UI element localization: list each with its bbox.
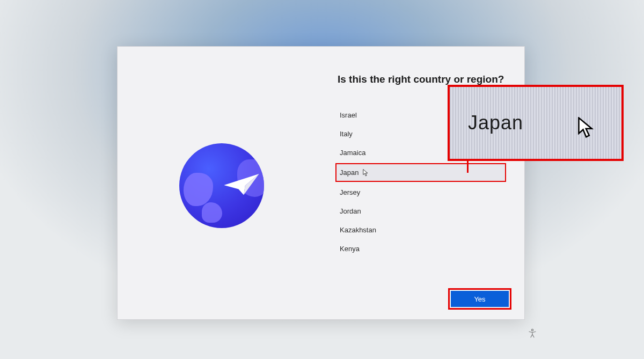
cursor-icon (362, 169, 370, 177)
cursor-icon (577, 117, 596, 140)
paper-plane-icon (223, 172, 260, 198)
accessibility-icon[interactable] (528, 328, 537, 338)
country-item-kazakhstan[interactable]: Kazakhstan (338, 221, 504, 239)
country-item-jordan[interactable]: Jordan (338, 202, 504, 221)
yes-button-highlight: Yes (448, 288, 511, 310)
dialog-heading: Is this the right country or region? (338, 74, 504, 85)
globe-illustration (179, 143, 264, 228)
zoom-callout: Japan (448, 85, 624, 161)
country-item-kenya[interactable]: Kenya (338, 239, 504, 258)
yes-button[interactable]: Yes (451, 291, 509, 307)
svg-point-2 (531, 329, 533, 331)
country-item-japan[interactable]: Japan (335, 163, 506, 182)
svg-marker-0 (224, 174, 259, 195)
callout-connector (467, 161, 469, 173)
country-item-jersey[interactable]: Jersey (338, 183, 504, 202)
country-item-label: Japan (340, 168, 358, 177)
zoom-callout-label: Japan (468, 112, 523, 134)
